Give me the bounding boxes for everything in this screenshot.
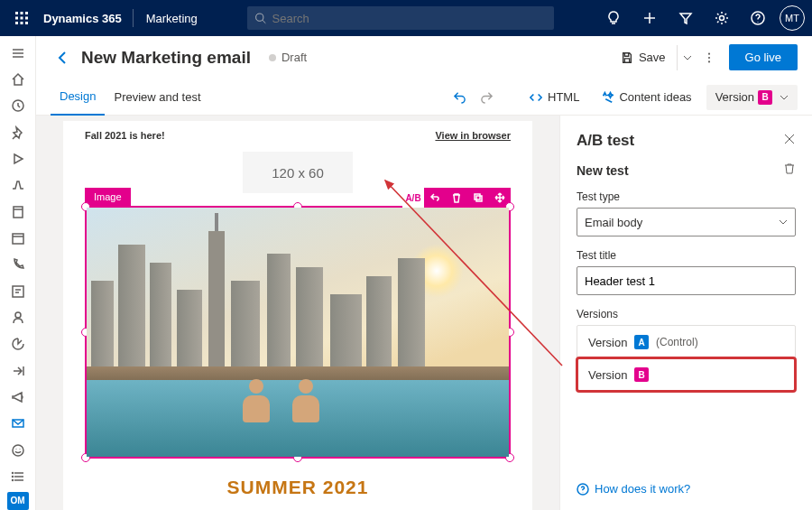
svg-rect-7 (21, 22, 23, 24)
more-button[interactable] (695, 43, 724, 72)
svg-rect-0 (15, 12, 18, 14)
logo-placeholder[interactable]: 120 x 60 (243, 152, 353, 193)
filter-icon[interactable] (668, 0, 704, 36)
app-launcher-icon[interactable] (7, 12, 36, 24)
share-icon[interactable] (0, 357, 36, 384)
announce-icon[interactable] (0, 384, 36, 410)
svg-point-31 (12, 477, 13, 478)
email-icon[interactable] (0, 411, 36, 437)
canvas-area[interactable]: Fall 2021 is here! View in browser 120 x… (36, 116, 559, 510)
status-badge: Draft (269, 51, 307, 64)
delete-block-icon[interactable] (446, 188, 467, 208)
search-input[interactable] (272, 12, 548, 25)
brand-name: Dynamics 365 (36, 12, 129, 25)
save-dropdown[interactable] (677, 45, 695, 70)
svg-point-24 (15, 312, 21, 318)
pin-icon[interactable] (0, 119, 36, 145)
side-rail: OM (0, 36, 36, 510)
play-icon[interactable] (0, 145, 36, 172)
svg-point-13 (720, 16, 724, 21)
page-title: New Marketing email (81, 48, 251, 68)
journey-icon[interactable] (0, 172, 36, 199)
svg-rect-23 (13, 286, 23, 297)
calendar-icon[interactable] (0, 225, 36, 251)
content-ideas-button[interactable]: Content ideas (594, 87, 698, 107)
svg-point-33 (707, 52, 709, 54)
svg-point-35 (707, 60, 709, 62)
test-type-select[interactable]: Email body (577, 208, 796, 236)
svg-point-26 (13, 445, 23, 456)
svg-rect-19 (14, 207, 23, 218)
redo-button[interactable] (475, 87, 497, 108)
ab-test-button[interactable]: A/B (402, 188, 424, 208)
block-label: Image (85, 188, 131, 206)
recent-icon[interactable] (0, 93, 36, 119)
undo-block-icon[interactable] (424, 188, 446, 208)
version-selector[interactable]: Version B (706, 85, 798, 110)
score-icon[interactable] (0, 331, 36, 357)
save-button[interactable]: Save (614, 47, 673, 68)
page-icon[interactable] (0, 199, 36, 225)
tab-design[interactable]: Design (51, 79, 105, 116)
test-type-label: Test type (577, 190, 796, 203)
divider (133, 9, 134, 27)
svg-rect-36 (475, 194, 480, 199)
svg-rect-6 (15, 22, 18, 24)
go-live-button[interactable]: Go live (729, 44, 798, 70)
svg-rect-3 (15, 17, 18, 20)
svg-rect-21 (13, 234, 23, 244)
view-in-browser-link[interactable]: View in browser (435, 130, 511, 141)
svg-rect-2 (25, 12, 28, 14)
svg-rect-37 (476, 196, 482, 201)
back-button[interactable] (51, 45, 76, 70)
help-link[interactable]: How does it work? (577, 482, 796, 496)
preheader-text: Fall 2021 is here! (85, 130, 165, 141)
svg-line-10 (263, 20, 265, 23)
svg-rect-4 (21, 17, 23, 20)
smile-icon[interactable] (0, 437, 36, 463)
delete-test-icon[interactable] (783, 162, 796, 178)
hero-image (87, 208, 509, 457)
svg-rect-5 (25, 17, 28, 20)
svg-point-30 (12, 473, 13, 474)
svg-point-32 (12, 480, 13, 481)
product-name: Marketing (137, 12, 207, 25)
svg-point-34 (707, 56, 709, 58)
lightbulb-icon[interactable] (595, 0, 632, 36)
version-a-row[interactable]: Version A (Control) (577, 326, 795, 358)
search-box[interactable] (247, 6, 554, 30)
svg-rect-8 (25, 22, 28, 24)
hamburger-icon[interactable] (0, 40, 36, 66)
image-block-selected[interactable]: Image A/B (85, 206, 511, 459)
test-title-label: Test title (577, 249, 796, 262)
home-icon[interactable] (0, 66, 36, 92)
ab-test-panel: A/B test New test Test type Email body T… (559, 116, 812, 510)
help-icon[interactable] (740, 0, 776, 36)
person-icon[interactable] (0, 304, 36, 330)
new-test-label: New test (577, 163, 629, 178)
html-button[interactable]: HTML (522, 87, 586, 107)
user-avatar[interactable]: MT (780, 5, 805, 31)
tab-preview[interactable]: Preview and test (105, 79, 209, 116)
list-icon[interactable] (0, 464, 36, 490)
om-badge[interactable]: OM (7, 492, 29, 510)
form-icon[interactable] (0, 278, 36, 304)
phone-icon[interactable] (0, 252, 36, 278)
plus-icon[interactable] (632, 0, 668, 36)
undo-button[interactable] (448, 87, 470, 108)
versions-label: Versions (577, 308, 796, 320)
headline-text[interactable]: SUMMER 2021 (85, 477, 511, 498)
test-title-input[interactable] (577, 266, 796, 295)
svg-point-9 (256, 14, 263, 21)
version-b-row[interactable]: Version B (577, 358, 795, 391)
duplicate-block-icon[interactable] (467, 188, 489, 208)
svg-rect-1 (21, 12, 23, 14)
panel-title: A/B test (577, 132, 634, 150)
gear-icon[interactable] (704, 0, 740, 36)
close-icon[interactable] (783, 133, 796, 149)
